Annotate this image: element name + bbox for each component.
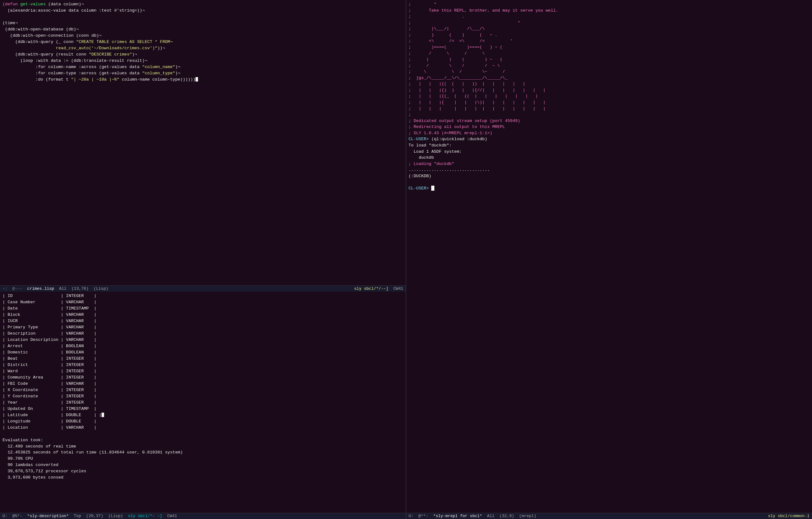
major-mode-right: (mrepl) [519, 514, 536, 518]
minor-modes-bottom: sly sbcl/*– –] [128, 514, 162, 518]
status-bar-right: U: @**- *sly-mrepl for sbcl* All (32,9) … [406, 513, 812, 519]
line-col: (13,76) [71, 286, 89, 291]
repl-area[interactable]: ; * ; Take this REPL, brother, and may i… [406, 0, 812, 513]
position-indicator-bottom: @%*- [12, 514, 22, 518]
scope-right: All [487, 514, 494, 518]
extra-bottom: CW41 [167, 514, 177, 518]
output-area[interactable]: | ID | INTEGER | | Case Number | VARCHAR… [0, 292, 406, 513]
left-pane: (defun get-values (data column)¬ (alexan… [0, 0, 406, 519]
major-mode-bottom: (Lisp) [108, 514, 123, 518]
filename: crimes.lisp [27, 286, 54, 291]
right-pane: ; * ; Take this REPL, brother, and may i… [406, 0, 812, 519]
left-section: (defun get-values (data column)¬ (alexan… [0, 0, 406, 519]
position-indicator-right: @**- [418, 514, 428, 518]
line-col-bottom: (20,37) [86, 514, 104, 518]
scope-bottom: Top [74, 514, 81, 518]
filename-bottom: *sly-description* [27, 514, 69, 518]
status-bar-top: -: @--- crimes.lisp All (13,76) (Lisp) s… [0, 285, 406, 292]
minor-modes: sly sbcl/*/-–] [354, 286, 388, 291]
extra: CW41 [393, 286, 403, 291]
minor-modes-right: sly sbcl/common-l [768, 514, 810, 518]
mode-indicator: -: [2, 286, 7, 291]
line-col-right: (32,9) [499, 514, 514, 518]
mode-indicator-bottom: U: [2, 514, 7, 518]
status-bar-bottom: U: @%*- *sly-description* Top (20,37) (L… [0, 513, 406, 519]
app-container: (defun get-values (data column)¬ (alexan… [0, 0, 812, 519]
filename-right: *sly-mrepl for sbcl* [433, 514, 482, 518]
code-editor[interactable]: (defun get-values (data column)¬ (alexan… [0, 0, 406, 285]
major-mode: (Lisp) [94, 286, 109, 291]
main-area: (defun get-values (data column)¬ (alexan… [0, 0, 812, 519]
position-indicator: @--- [12, 286, 22, 291]
mode-indicator-right: U: [409, 514, 414, 518]
scope: All [59, 286, 66, 291]
